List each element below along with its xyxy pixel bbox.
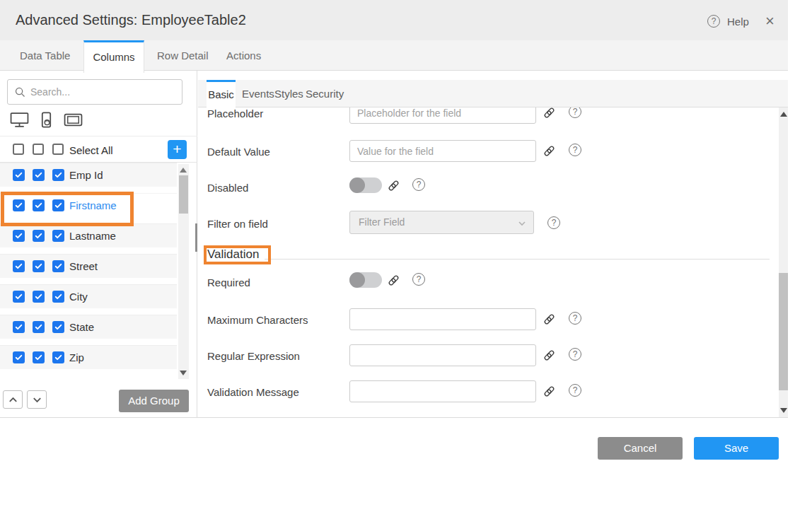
checkbox-tablet[interactable] <box>52 321 64 333</box>
select-all-checkbox-desktop[interactable] <box>13 144 24 155</box>
search-icon <box>14 86 26 98</box>
help-link[interactable]: Help <box>727 16 749 28</box>
tab-events[interactable]: Events <box>242 80 274 107</box>
link-icon[interactable] <box>543 145 555 157</box>
save-button[interactable]: Save <box>694 437 779 460</box>
tablet-icon[interactable] <box>64 112 83 128</box>
column-row-street[interactable]: Street <box>0 254 177 278</box>
move-column-up-button[interactable] <box>3 390 23 409</box>
mobile-icon[interactable] <box>37 112 56 128</box>
select-all-checkbox-mobile[interactable] <box>33 144 44 155</box>
checkbox-desktop[interactable] <box>13 199 25 211</box>
close-icon[interactable]: × <box>765 12 775 30</box>
panel-scrollbar[interactable] <box>779 107 788 417</box>
scroll-up-icon[interactable] <box>780 112 787 117</box>
checkbox-mobile[interactable] <box>33 291 45 303</box>
regular-expression-input[interactable] <box>349 344 536 366</box>
column-row-emp-id[interactable]: Emp Id <box>0 163 177 187</box>
checkbox-mobile[interactable] <box>33 351 45 363</box>
scroll-down-icon[interactable] <box>180 371 187 375</box>
select-all-checkbox-tablet[interactable] <box>52 144 64 155</box>
move-column-down-button[interactable] <box>27 390 47 409</box>
checkbox-desktop[interactable] <box>13 230 25 242</box>
link-icon[interactable] <box>388 274 400 286</box>
checkbox-desktop[interactable] <box>13 169 25 181</box>
help-circle-icon[interactable]: ? <box>569 312 581 325</box>
scrollbar-thumb[interactable] <box>179 175 188 214</box>
help-circle-icon[interactable]: ? <box>569 144 581 156</box>
sidebar-scrollbar[interactable] <box>178 164 189 379</box>
cancel-button[interactable]: Cancel <box>598 437 683 460</box>
link-icon[interactable] <box>543 313 555 325</box>
desktop-icon[interactable] <box>10 112 29 128</box>
checkbox-mobile[interactable] <box>33 169 45 181</box>
tab-actions[interactable]: Actions <box>226 40 261 71</box>
help-circle-icon[interactable]: ? <box>707 15 720 28</box>
help-circle-icon[interactable]: ? <box>569 107 581 118</box>
chevron-up-icon <box>8 395 18 405</box>
tab-styles[interactable]: Styles <box>274 80 303 107</box>
default-value-input[interactable] <box>349 140 536 162</box>
link-icon[interactable] <box>388 180 400 192</box>
maximum-characters-input[interactable] <box>349 308 536 330</box>
column-label[interactable]: Zip <box>69 351 84 363</box>
help-circle-icon[interactable]: ? <box>569 384 581 397</box>
validation-section-header: Validation <box>207 246 770 263</box>
column-row-city[interactable]: City <box>0 284 177 308</box>
column-row-zip[interactable]: Zip <box>0 345 177 369</box>
section-title: Validation <box>207 246 259 263</box>
panel-scroll-indicator <box>195 223 197 252</box>
column-label[interactable]: Street <box>69 260 98 272</box>
search-input[interactable] <box>30 81 178 103</box>
checkbox-tablet[interactable] <box>52 230 64 242</box>
checkbox-desktop[interactable] <box>13 291 25 303</box>
tab-columns[interactable]: Columns <box>83 40 144 73</box>
tab-security[interactable]: Security <box>306 80 344 107</box>
select-all-label: Select All <box>69 144 113 156</box>
column-label[interactable]: Lastname <box>69 230 116 242</box>
column-label[interactable]: State <box>69 321 94 333</box>
checkbox-tablet[interactable] <box>52 260 64 272</box>
checkbox-tablet[interactable] <box>52 199 64 211</box>
scroll-down-icon[interactable] <box>780 408 787 413</box>
filter-field-select[interactable]: Filter Field <box>349 211 534 234</box>
link-icon[interactable] <box>543 107 555 119</box>
column-label[interactable]: City <box>69 291 88 303</box>
column-label[interactable]: Firstname <box>69 199 117 211</box>
scroll-up-icon[interactable] <box>180 168 187 173</box>
toggle-knob <box>349 272 365 288</box>
checkbox-tablet[interactable] <box>52 169 64 181</box>
checkbox-desktop[interactable] <box>13 351 25 363</box>
column-row-state[interactable]: State <box>0 315 177 339</box>
column-row-lastname[interactable]: Lastname <box>0 223 177 247</box>
required-toggle[interactable] <box>349 272 382 288</box>
link-icon[interactable] <box>543 385 555 397</box>
checkbox-tablet[interactable] <box>52 351 64 363</box>
column-label[interactable]: Emp Id <box>69 169 103 181</box>
checkbox-mobile[interactable] <box>33 260 45 272</box>
validation-message-input[interactable] <box>349 380 536 402</box>
add-column-button[interactable]: + <box>168 140 187 159</box>
scrollbar-thumb[interactable] <box>779 273 788 390</box>
tab-row-detail[interactable]: Row Detail <box>157 40 209 71</box>
checkbox-tablet[interactable] <box>52 291 64 303</box>
column-row-firstname[interactable]: Firstname <box>0 193 177 217</box>
link-icon[interactable] <box>543 349 555 361</box>
tab-basic[interactable]: Basic <box>207 80 236 109</box>
columns-sidebar: Select All + Emp Id Firstname Lastname <box>0 71 197 417</box>
help-circle-icon[interactable]: ? <box>569 348 581 361</box>
help-circle-icon[interactable]: ? <box>412 273 425 286</box>
help-circle-icon[interactable]: ? <box>547 216 560 229</box>
checkbox-mobile[interactable] <box>33 321 45 333</box>
placeholder-input[interactable] <box>349 107 536 124</box>
checkbox-mobile[interactable] <box>33 199 45 211</box>
help-circle-icon[interactable]: ? <box>412 178 425 191</box>
disabled-toggle[interactable] <box>349 177 382 193</box>
chevron-down-icon <box>32 395 42 405</box>
checkbox-mobile[interactable] <box>33 230 45 242</box>
add-group-button[interactable]: Add Group <box>119 390 189 412</box>
tab-data-table[interactable]: Data Table <box>20 40 70 71</box>
checkbox-desktop[interactable] <box>13 260 25 272</box>
checkbox-desktop[interactable] <box>13 321 25 333</box>
field-label: Disabled <box>207 182 248 194</box>
